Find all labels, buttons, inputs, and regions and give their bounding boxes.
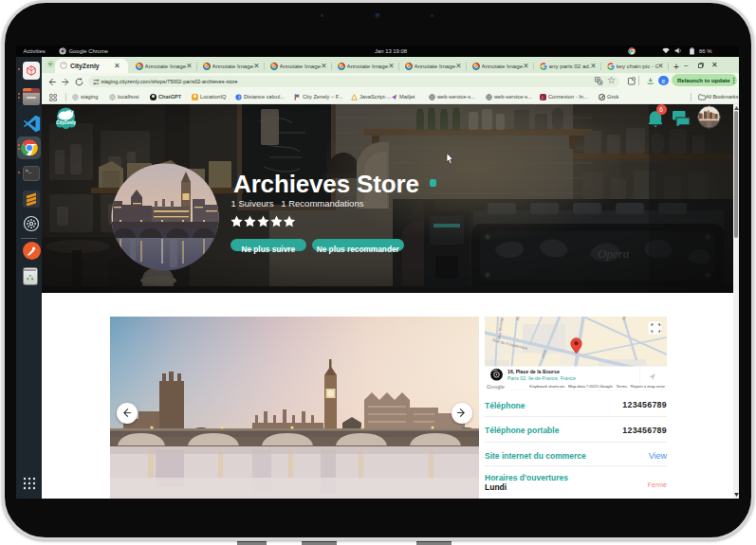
svg-text:Keyboard shortcuts Map data: Keyboard shortcuts Map data ©2025 Google… xyxy=(529,384,665,389)
svg-text:16, Place de la Bourse: 16, Place de la Bourse xyxy=(507,369,560,374)
svg-text:Google: Google xyxy=(487,384,506,390)
svg-text:Paris 02, Ile-de-France, Franc: Paris 02, Ile-de-France, France xyxy=(507,375,576,381)
svg-text:CityZenly: CityZenly xyxy=(56,120,76,125)
